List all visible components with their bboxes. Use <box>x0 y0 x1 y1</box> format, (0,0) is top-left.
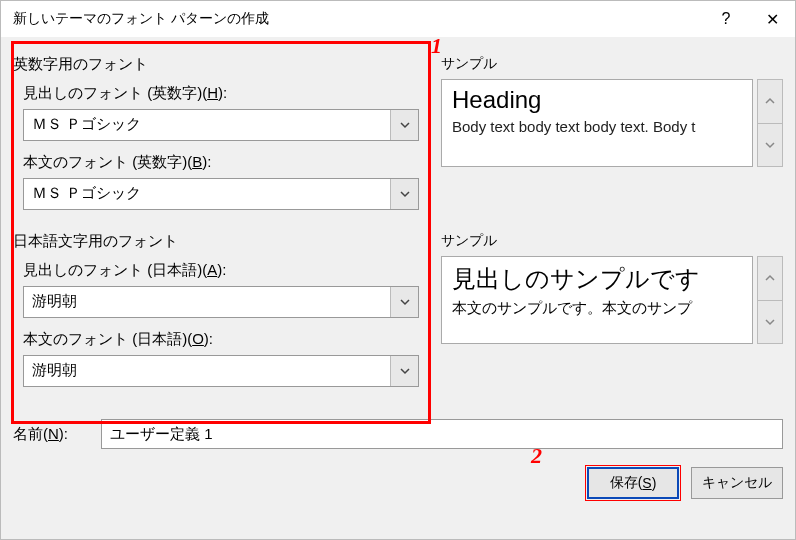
client-area: 1 英数字用のフォント 見出しのフォント (英数字)(H): ＭＳ Ｐゴシック … <box>1 37 795 511</box>
jp-body-font-value: 游明朝 <box>24 356 390 386</box>
sample-label-latin: サンプル <box>441 55 783 73</box>
chevron-up-icon <box>765 96 775 106</box>
scroll-down-button[interactable] <box>757 301 783 345</box>
name-input[interactable] <box>101 419 783 449</box>
jp-sample-col: サンプル 見出しのサンプルです 本文のサンプルです。本文のサンプ <box>423 222 783 358</box>
chevron-down-icon <box>765 140 775 150</box>
dialog: 新しいテーマのフォント パターンの作成 ? ✕ 1 英数字用のフォント 見出しの… <box>0 0 796 540</box>
latin-group: 英数字用のフォント 見出しのフォント (英数字)(H): ＭＳ Ｐゴシック 本文… <box>13 45 423 222</box>
latin-sample-scroll <box>757 79 783 167</box>
latin-heading-font-value: ＭＳ Ｐゴシック <box>24 110 390 140</box>
jp-body-label: 本文のフォント (日本語)(O): <box>23 330 423 349</box>
jp-heading-font-value: 游明朝 <box>24 287 390 317</box>
save-button[interactable]: 保存(S) <box>587 467 679 499</box>
latin-body-label: 本文のフォント (英数字)(B): <box>23 153 423 172</box>
dialog-title: 新しいテーマのフォント パターンの作成 <box>13 10 703 28</box>
latin-sample-inner: Heading Body text body text body text. B… <box>441 79 753 167</box>
scroll-up-button[interactable] <box>757 79 783 124</box>
jp-heading-label: 見出しのフォント (日本語)(A): <box>23 261 423 280</box>
chevron-down-icon <box>400 120 410 130</box>
button-row: 保存(S) キャンセル <box>13 467 783 499</box>
jp-body-dropdown[interactable] <box>390 356 418 386</box>
latin-sample-heading: Heading <box>452 86 742 114</box>
name-label: 名前(N): <box>13 425 101 444</box>
jp-sample-scroll <box>757 256 783 344</box>
jp-group: 日本語文字用のフォント 見出しのフォント (日本語)(A): 游明朝 本文のフォ… <box>13 222 423 399</box>
latin-sample-body: Body text body text body text. Body t <box>452 118 742 135</box>
chevron-down-icon <box>765 317 775 327</box>
chevron-up-icon <box>765 273 775 283</box>
chevron-down-icon <box>400 297 410 307</box>
latin-heading-font-combo[interactable]: ＭＳ Ｐゴシック <box>23 109 419 141</box>
annotation-number-2: 2 <box>531 443 542 469</box>
latin-sample-col: サンプル Heading Body text body text body te… <box>423 45 783 181</box>
latin-body-font-combo[interactable]: ＭＳ Ｐゴシック <box>23 178 419 210</box>
chevron-down-icon <box>400 366 410 376</box>
latin-sample-box: Heading Body text body text body text. B… <box>441 79 783 167</box>
jp-group-title: 日本語文字用のフォント <box>13 232 423 251</box>
titlebar: 新しいテーマのフォント パターンの作成 ? ✕ <box>1 1 795 37</box>
latin-body-font-value: ＭＳ Ｐゴシック <box>24 179 390 209</box>
latin-heading-dropdown[interactable] <box>390 110 418 140</box>
annotation-number-1: 1 <box>431 33 442 59</box>
latin-heading-label: 見出しのフォント (英数字)(H): <box>23 84 423 103</box>
jp-sample-body: 本文のサンプルです。本文のサンプ <box>452 299 742 318</box>
chevron-down-icon <box>400 189 410 199</box>
latin-row: 英数字用のフォント 見出しのフォント (英数字)(H): ＭＳ Ｐゴシック 本文… <box>13 45 783 222</box>
latin-body-dropdown[interactable] <box>390 179 418 209</box>
jp-body-font-combo[interactable]: 游明朝 <box>23 355 419 387</box>
close-button[interactable]: ✕ <box>749 1 795 37</box>
jp-sample-heading: 見出しのサンプルです <box>452 263 742 295</box>
question-icon: ? <box>722 10 731 28</box>
sample-label-jp: サンプル <box>441 232 783 250</box>
jp-heading-font-combo[interactable]: 游明朝 <box>23 286 419 318</box>
jp-heading-dropdown[interactable] <box>390 287 418 317</box>
scroll-down-button[interactable] <box>757 124 783 168</box>
jp-sample-inner: 見出しのサンプルです 本文のサンプルです。本文のサンプ <box>441 256 753 344</box>
close-icon: ✕ <box>766 10 779 29</box>
latin-group-title: 英数字用のフォント <box>13 55 423 74</box>
jp-row: 日本語文字用のフォント 見出しのフォント (日本語)(A): 游明朝 本文のフォ… <box>13 222 783 399</box>
cancel-button[interactable]: キャンセル <box>691 467 783 499</box>
scroll-up-button[interactable] <box>757 256 783 301</box>
name-row: 名前(N): <box>13 419 783 449</box>
jp-sample-box: 見出しのサンプルです 本文のサンプルです。本文のサンプ <box>441 256 783 344</box>
help-button[interactable]: ? <box>703 1 749 37</box>
